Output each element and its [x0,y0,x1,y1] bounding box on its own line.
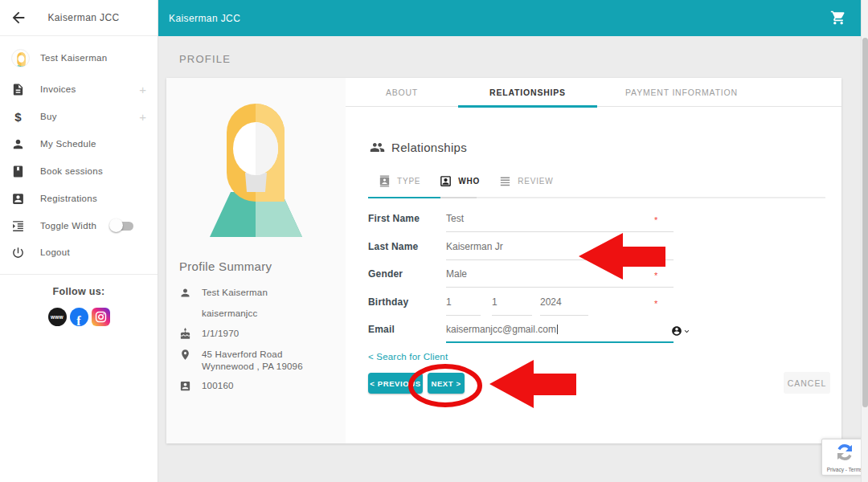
facebook-icon[interactable]: f [70,308,88,326]
summary-account-number: 100160 [202,380,234,392]
sidebar-item-book-sessions[interactable]: Book sessions [0,160,158,182]
step-review[interactable]: REVIEW [498,174,553,188]
power-icon [11,246,25,259]
summary-birthday-row: 1/1/1970 [179,328,239,340]
account-circle-icon [671,325,682,337]
email-domain-picker[interactable] [671,325,691,337]
page-title: PROFILE [179,53,231,65]
header-title: Kaiserman JCC [169,13,240,24]
summary-title: Profile Summary [179,259,272,273]
profile-tabs: ABOUT RELATIONSHIPS PAYMENT INFORMATION [346,78,841,107]
birthday-year-input[interactable]: 2024 [540,296,588,316]
book-icon [11,165,25,178]
previous-button[interactable]: < PREVIOUS [368,373,423,394]
gender-select[interactable]: Male [446,268,674,288]
first-name-row: First Name Test * [368,211,674,232]
profile-card: Profile Summary Test Kaiserman kaiserman… [166,78,841,443]
sidebar-item-label: Registrations [40,194,146,203]
cart-icon[interactable] [830,10,846,26]
search-for-client-link[interactable]: < Search for Client [368,352,448,362]
tab-payment-information[interactable]: PAYMENT INFORMATION [597,78,766,107]
scrollbar-thumb[interactable] [862,38,868,407]
user-name: Test Kaiserman [40,53,107,63]
required-marker: * [654,271,657,280]
sidebar-item-buy[interactable]: $ Buy + [0,105,158,128]
toggle-thumb [109,219,123,232]
instagram-icon[interactable] [92,308,110,326]
sidebar-item-label: Book sessions [40,166,146,176]
badge-icon [11,192,25,206]
indent-icon [11,219,25,233]
summary-name: Test Kaiserman [202,287,268,299]
group-icon [370,140,385,155]
profile-detail-panel: ABOUT RELATIONSHIPS PAYMENT INFORMATION … [346,78,841,443]
sidebar-title: Kaiserman JCC [27,12,148,23]
summary-name-row: Test Kaiserman [179,287,268,299]
sidebar-item-invoices[interactable]: Invoices + [0,78,158,100]
recaptcha-icon [835,443,854,462]
profile-avatar [199,99,313,237]
sidebar-item-my-schedule[interactable]: My Schedule [0,133,158,155]
relationships-heading: Relationships [370,140,467,155]
sidebar-item-logout[interactable]: Logout [0,241,158,263]
portrait-icon [439,174,452,188]
email-input[interactable]: kaisermanjcc@gmail.com [446,324,674,343]
last-name-input[interactable]: Kaiserman Jr [446,241,674,260]
follow-us-label: Follow us: [0,286,158,297]
next-button[interactable]: NEXT > [428,373,465,394]
summary-username: kaisermanjcc [202,308,258,320]
summary-address1: 45 Haverford Road [202,349,283,359]
text-caret [557,325,558,334]
first-name-input[interactable]: Test [446,213,674,232]
sidebar-item-label: Logout [40,247,146,257]
sidebar-item-label: Buy [40,112,139,121]
sidebar-user[interactable]: Test Kaiserman [0,46,158,70]
location-pin-icon [179,349,191,361]
social-icons: www f [0,308,158,326]
invoices-add-icon[interactable]: + [139,83,146,96]
sidebar-item-registrations[interactable]: Registrations [0,187,158,210]
summary-address2: Wynnewood , PA 19096 [202,362,303,371]
progress-partial [440,197,477,198]
sidebar: Kaiserman JCC Test Kaiserman Invoices + … [0,0,158,482]
step-type[interactable]: TYPE [378,174,420,188]
wizard-steps: TYPE WHO REVIEW [378,174,553,188]
invoice-icon [11,83,25,96]
person-icon [179,287,191,299]
recaptcha-privacy-terms[interactable]: Privacy - Terms [827,467,863,472]
buy-add-icon[interactable]: + [139,110,146,124]
website-icon[interactable]: www [48,308,67,326]
summary-account-row: 100160 [179,380,234,392]
birthday-day-input[interactable]: 1 [492,296,532,316]
last-name-label: Last Name [368,241,419,252]
step-who[interactable]: WHO [439,174,480,188]
sidebar-header: Kaiserman JCC [0,0,158,36]
account-box-icon [179,380,191,392]
email-label: Email [368,324,395,335]
birthday-month-input[interactable]: 1 [446,296,481,316]
person-icon [11,137,25,151]
chevron-down-icon [682,327,691,336]
summary-birthday: 1/1/1970 [202,328,239,340]
cake-icon [179,328,191,340]
tab-relationships[interactable]: RELATIONSHIPS [458,78,597,107]
required-marker: * [654,299,657,308]
gender-row: Gender Male * [368,267,674,288]
app-window: Kaiserman JCC Test Kaiserman Invoices + … [0,0,868,482]
active-tab-underline [458,105,597,108]
sidebar-item-label: Invoices [40,84,139,94]
user-avatar [11,49,30,67]
tab-about[interactable]: ABOUT [346,78,458,107]
profile-summary-panel: Profile Summary Test Kaiserman kaiserman… [166,78,346,443]
back-arrow-icon[interactable] [10,9,27,27]
sidebar-item-toggle-width[interactable]: Toggle Width [0,214,158,237]
summary-username-row: kaisermanjcc [179,308,258,320]
width-toggle-switch[interactable] [109,219,135,233]
required-marker: * [654,215,657,225]
cancel-button[interactable]: CANCEL [784,372,830,394]
gender-label: Gender [368,268,403,280]
relationships-title: Relationships [391,141,467,154]
birthday-row: Birthday 1 1 2024 * [368,295,674,316]
dollar-icon: $ [11,110,25,124]
page-scrollbar[interactable] [861,0,868,482]
